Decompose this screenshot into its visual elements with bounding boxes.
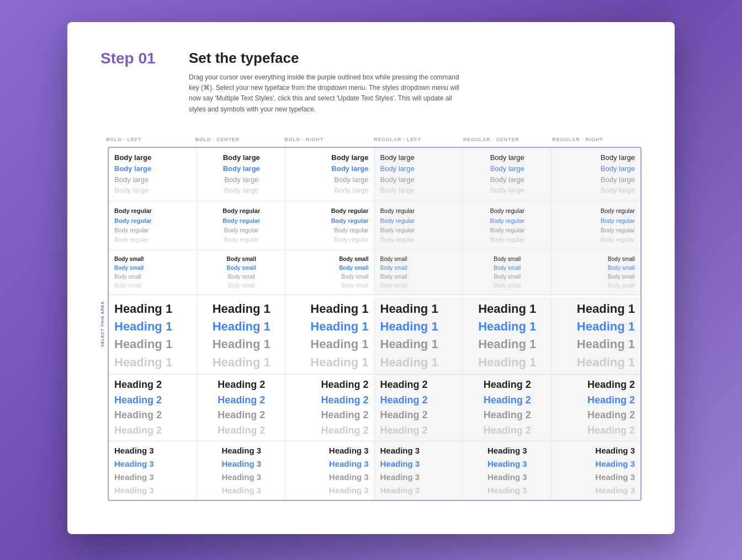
main-page: Step 01 Set the typeface Drag your curso… (67, 22, 675, 534)
heading2-row: Heading 2 (292, 425, 369, 437)
text-row: Body large (558, 164, 635, 174)
text-row: Body large (380, 153, 458, 163)
text-row: Body small (380, 282, 458, 289)
text-row: Body regular (380, 207, 458, 215)
heading3-row: Heading 3 (380, 472, 458, 482)
heading1-row: Heading 1 (380, 302, 458, 316)
heading1-row: Heading 1 (203, 302, 280, 316)
text-row: Body small (380, 273, 458, 280)
text-row: Body regular (469, 207, 546, 215)
text-row: Body large (469, 153, 546, 163)
heading3-row: Heading 3 (203, 459, 280, 469)
text-row: Body regular (203, 236, 280, 243)
heading2-row: Heading 2 (469, 409, 546, 422)
h3-col-5: Heading 3 Heading 3 Heading 3 Heading 3 (552, 441, 641, 500)
text-row: Body regular (292, 217, 369, 225)
text-row: Body large (114, 186, 192, 195)
text-row: Body regular (380, 226, 458, 234)
h1-col-0: Heading 1 Heading 1 Heading 1 Heading 1 (109, 297, 198, 375)
text-row: Body regular (558, 217, 635, 225)
text-row: Body regular (203, 207, 280, 215)
col-header-0: BOLD · LEFT (106, 137, 195, 142)
heading3-row: Heading 3 (380, 486, 458, 495)
heading1-row: Heading 1 (292, 319, 369, 334)
text-row: Body small (469, 264, 546, 271)
heading2-row: Heading 2 (292, 394, 369, 407)
text-row: Body large (203, 153, 280, 163)
heading2-row: Heading 2 (558, 409, 635, 422)
text-row: Body large (469, 186, 546, 195)
text-row: Body small (292, 282, 369, 289)
text-row: Body regular (203, 217, 280, 225)
heading1-row: Heading 1 (292, 355, 369, 370)
body-small-col-2: Body small Body small Body small Body sm… (286, 250, 375, 295)
select-area-wrapper: SELECT THIS AREA Body large Body large B… (100, 147, 642, 502)
heading3-row: Heading 3 (558, 446, 635, 456)
col-header-2: BOLD · RIGHT (284, 137, 374, 142)
body-regular-col-2: Body regular Body regular Body regular B… (286, 201, 375, 249)
text-row: Body small (380, 264, 458, 271)
text-row: Body regular (380, 236, 458, 243)
text-row: Body large (114, 153, 192, 163)
heading3-row: Heading 3 (558, 486, 635, 495)
text-row: Body regular (114, 207, 192, 215)
body-large-col-2: Body large Body large Body large Body la… (286, 148, 375, 201)
heading1-row: Heading 1 (469, 319, 546, 334)
text-row: Body large (292, 164, 369, 174)
h1-col-3: Heading 1 Heading 1 Heading 1 Heading 1 (375, 297, 464, 375)
body-regular-col-1: Body regular Body regular Body regular B… (198, 201, 287, 249)
heading2-row: Heading 2 (203, 379, 280, 391)
text-row: Body large (469, 164, 546, 174)
text-row: Body small (203, 273, 280, 280)
heading3-row: Heading 3 (203, 486, 280, 495)
body-small-col-5: Body small Body small Body small Body sm… (552, 250, 641, 295)
heading2-section: Heading 2 Heading 2 Heading 2 Heading 2 … (109, 374, 640, 441)
text-row: Body regular (469, 226, 546, 234)
h2-col-2: Heading 2 Heading 2 Heading 2 Heading 2 (286, 375, 375, 441)
heading2-row: Heading 2 (558, 425, 635, 437)
body-large-col-3: Body large Body large Body large Body la… (375, 148, 464, 201)
heading2-row: Heading 2 (380, 409, 458, 422)
text-row: Body large (380, 164, 458, 174)
heading2-row: Heading 2 (558, 379, 635, 391)
heading2-row: Heading 2 (469, 394, 546, 407)
heading3-row: Heading 3 (292, 459, 369, 469)
step-content: Set the typeface Drag your cursor over e… (189, 50, 465, 115)
text-row: Body small (469, 255, 546, 263)
text-row: Body small (558, 264, 635, 271)
text-row: Body large (203, 186, 280, 195)
text-row: Body large (380, 186, 458, 195)
col-header-3: REGULAR · LEFT (374, 137, 463, 142)
heading3-row: Heading 3 (469, 486, 546, 495)
heading1-row: Heading 1 (114, 337, 192, 351)
select-label: SELECT THIS AREA (100, 147, 104, 502)
heading2-row: Heading 2 (292, 379, 369, 391)
body-regular-section: Body regular Body regular Body regular B… (109, 201, 640, 249)
col-header-4: REGULAR · CENTER (463, 137, 553, 142)
heading3-row: Heading 3 (114, 472, 192, 482)
h2-col-3: Heading 2 Heading 2 Heading 2 Heading 2 (375, 375, 464, 441)
heading3-row: Heading 3 (292, 446, 369, 456)
text-row: Body large (292, 186, 369, 195)
body-regular-col-5: Body regular Body regular Body regular B… (552, 201, 641, 249)
heading2-row: Heading 2 (114, 409, 192, 422)
h2-col-4: Heading 2 Heading 2 Heading 2 Heading 2 (463, 375, 552, 441)
h3-col-3: Heading 3 Heading 3 Heading 3 Heading 3 (375, 441, 464, 500)
heading2-row: Heading 2 (114, 394, 192, 407)
text-row: Body small (114, 282, 192, 289)
body-small-col-1: Body small Body small Body small Body sm… (198, 250, 287, 295)
heading1-row: Heading 1 (469, 355, 546, 370)
text-row: Body large (114, 175, 192, 185)
text-row: Body regular (558, 207, 635, 215)
heading2-row: Heading 2 (469, 379, 546, 391)
heading1-row: Heading 1 (380, 319, 458, 334)
heading1-row: Heading 1 (114, 319, 192, 334)
body-small-col-0: Body small Body small Body small Body sm… (109, 250, 198, 295)
heading2-row: Heading 2 (380, 394, 458, 407)
text-row: Body small (380, 255, 458, 263)
heading1-row: Heading 1 (203, 355, 280, 370)
text-row: Body regular (558, 226, 635, 234)
page-title: Set the typeface (189, 50, 465, 67)
h2-col-1: Heading 2 Heading 2 Heading 2 Heading 2 (198, 375, 287, 441)
text-row: Body regular (114, 226, 192, 234)
